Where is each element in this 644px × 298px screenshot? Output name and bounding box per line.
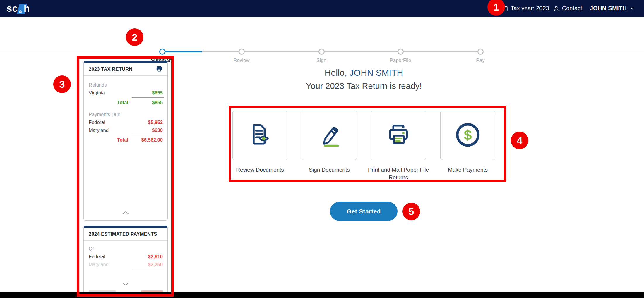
refunds-total-row: Total $855	[84, 100, 167, 105]
ready-subtitle: Your 2023 Tax Return is ready!	[217, 81, 510, 91]
stepper-track-active	[163, 51, 202, 52]
person-icon	[553, 5, 559, 11]
greeting-user-name: JOHN SMITH	[350, 68, 403, 77]
chevron-down-icon	[629, 6, 635, 11]
refunds-heading: Refunds	[84, 82, 167, 88]
step-label-sign[interactable]: Sign	[295, 58, 348, 63]
progress-stepper: Summary Review Sign PaperFile Pay	[0, 17, 644, 53]
annotation-badge-4: 4	[511, 132, 528, 149]
print-mail-card[interactable]	[371, 111, 426, 160]
refunds-divider	[132, 97, 164, 98]
annotation-badge-2: 2	[126, 28, 143, 46]
contact-link[interactable]: Contact	[553, 5, 582, 12]
review-documents-label: Review Documents	[228, 166, 292, 174]
collapse-card-button[interactable]	[122, 211, 129, 216]
step-label-review[interactable]: Review	[215, 58, 268, 63]
tax-return-summary-card: 2023 TAX RETURN Refunds Virginia $855 To…	[83, 61, 168, 221]
pen-icon	[316, 121, 343, 149]
sign-documents-card[interactable]	[302, 111, 357, 160]
estimated-row-federal: Federal $2,810	[84, 254, 167, 259]
top-nav-bar: sc&h Tax year: 2023	[0, 0, 644, 17]
payment-row-federal: Federal $5,952	[84, 120, 167, 125]
company-logo[interactable]: sc&h	[6, 3, 30, 14]
print-mail-label: Print and Mail Paper File Returns	[366, 166, 431, 181]
logo-text-h: h	[24, 3, 30, 14]
print-icon[interactable]	[156, 65, 163, 73]
make-payments-label: Make Payments	[436, 166, 500, 174]
sign-documents-label: Sign Documents	[297, 166, 362, 174]
contact-label: Contact	[562, 5, 582, 12]
annotation-badge-3: 3	[53, 75, 71, 93]
taxpayer-portal-page: sc&h Tax year: 2023	[0, 0, 644, 298]
step-circle-paperfile[interactable]	[398, 49, 404, 55]
step-circle-pay[interactable]	[477, 49, 484, 55]
payments-due-total-row: Total $6,582.00	[84, 137, 167, 143]
logo-text-sc: sc	[6, 3, 18, 14]
step-label-pay[interactable]: Pay	[454, 58, 507, 63]
step-circle-review[interactable]	[239, 49, 245, 55]
tax-year-indicator: Tax year: 2023	[502, 5, 549, 12]
review-documents-card[interactable]	[232, 111, 287, 160]
step-label-paperfile[interactable]: PaperFile	[374, 58, 427, 63]
dollar-circle-icon: $	[454, 121, 481, 149]
tax-return-card-title: 2023 TAX RETURN	[89, 66, 132, 72]
document-eye-icon	[246, 121, 273, 149]
annotation-badge-5: 5	[402, 203, 420, 220]
estimated-row-maryland: Maryland $2,250	[84, 262, 167, 267]
payment-row-maryland: Maryland $630	[84, 128, 167, 133]
payments-due-heading: Payments Due	[84, 112, 167, 117]
estimated-divider	[132, 269, 164, 269]
expand-card-button[interactable]	[122, 282, 129, 287]
greeting-heading: Hello, JOHN SMITH	[217, 68, 510, 78]
make-payments-card[interactable]: $	[440, 111, 495, 160]
tax-year-label: Tax year: 2023	[511, 5, 549, 12]
estimated-card-title: 2024 ESTIMATED PAYMENTS	[89, 231, 157, 237]
user-menu[interactable]: JOHN SMITH	[590, 5, 635, 12]
bottom-screen-edge	[0, 292, 644, 298]
payments-due-divider	[132, 135, 164, 135]
svg-text:$: $	[464, 127, 472, 143]
get-started-button[interactable]: Get Started	[330, 202, 398, 221]
quarter-heading: Q1	[84, 246, 167, 252]
refund-row-virginia: Virginia $855	[84, 90, 167, 96]
user-name: JOHN SMITH	[590, 5, 627, 12]
step-circle-summary[interactable]	[159, 49, 165, 55]
estimated-payments-card: 2024 ESTIMATED PAYMENTS Q1 Federal $2,81…	[83, 226, 168, 294]
printer-icon	[385, 121, 412, 149]
step-circle-sign[interactable]	[318, 49, 325, 55]
